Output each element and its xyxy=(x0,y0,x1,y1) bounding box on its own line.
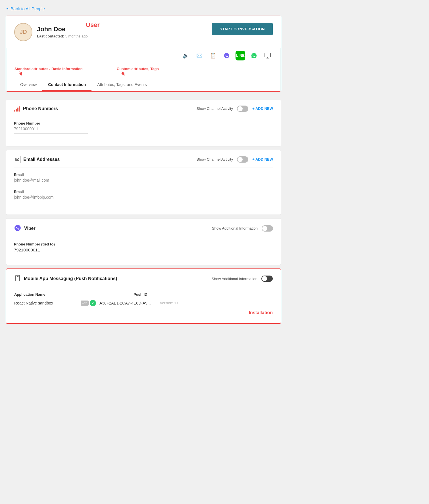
phone-bars-icon xyxy=(14,106,20,112)
app-status-badge: APP xyxy=(81,301,89,306)
email-addresses-section: ✉ Email Addresses Show Channel Activity … xyxy=(6,150,281,215)
profile-name: John Doe xyxy=(37,26,88,33)
phone-field-group: Phone Number 79210000011 xyxy=(14,121,273,134)
viber-section: Viber Show Additional Information Phone … xyxy=(6,218,281,265)
mobile-additional-info-toggle[interactable] xyxy=(261,276,273,282)
profile-info-section: JD John Doe Last contacted: 5 months ago… xyxy=(14,23,88,41)
annotation-custom: Custom attributes, Tags xyxy=(117,67,159,71)
app-data-row: React Native sandbox ⋮ APP ✓ A38F2AE1-2C… xyxy=(14,299,273,307)
annotation-standard: Standard attributes / Basic information xyxy=(14,67,83,71)
svg-rect-0 xyxy=(265,53,270,57)
tab-bar: Overview Contact Information Attributes,… xyxy=(14,79,272,91)
start-conversation-button[interactable]: START CONVERSATION xyxy=(212,23,273,35)
line-icon[interactable]: LINE xyxy=(236,51,245,60)
phone-add-new-link[interactable]: + ADD NEW xyxy=(252,106,273,111)
user-badge: User xyxy=(86,21,100,29)
email-add-new-link[interactable]: + ADD NEW xyxy=(252,157,273,161)
webchat-icon[interactable] xyxy=(263,51,272,60)
app-name-column-header: Application Name xyxy=(14,292,65,297)
mobile-app-section: Mobile App Messaging (Push Notifications… xyxy=(6,268,281,324)
viber-additional-info-toggle[interactable] xyxy=(262,225,273,232)
tab-attributes-tags-events[interactable]: Attributes, Tags, and Events xyxy=(91,79,152,91)
version-label: Version: 1.0 xyxy=(160,301,180,305)
tabs-container: Standard attributes / Basic information … xyxy=(6,65,281,91)
channel-icons-row: 🔈 ✉️ 📋 LINE xyxy=(6,48,281,65)
app-name-value: React Native sandbox xyxy=(14,301,65,305)
back-link[interactable]: Back to All People xyxy=(6,6,45,11)
more-options-button[interactable]: ⋮ xyxy=(69,299,77,307)
push-id-value: A38F2AE1-2CA7-4E8D-A9... xyxy=(99,301,151,305)
phone-section-actions: Show Channel Activity + ADD NEW xyxy=(197,106,273,112)
email-section-title: ✉ Email Addresses xyxy=(14,156,60,163)
viber-section-actions: Show Additional Information xyxy=(212,225,273,232)
phone-numbers-section: Phone Numbers Show Channel Activity + AD… xyxy=(6,100,281,146)
push-icon[interactable]: 📋 xyxy=(208,51,218,60)
phone-channel-activity-toggle[interactable] xyxy=(237,106,248,112)
viber-section-icon xyxy=(14,224,21,233)
email-field-group-1: Email john.doe@mail.com xyxy=(14,173,273,185)
status-indicators: APP ✓ xyxy=(81,300,96,306)
mobile-section-title: Mobile App Messaging (Push Notifications… xyxy=(14,275,117,283)
viber-section-title: Viber xyxy=(14,224,36,233)
avatar: JD xyxy=(14,23,32,41)
push-id-column-header: Push ID xyxy=(134,292,147,297)
sound-icon[interactable]: 🔈 xyxy=(181,51,191,60)
email-channel-activity-toggle[interactable] xyxy=(237,156,248,163)
whatsapp-icon[interactable] xyxy=(249,51,259,60)
viber-phone-value: 79210000011 xyxy=(14,247,273,252)
email-field-group-2: Email john.doe@infobip.com xyxy=(14,190,273,202)
back-link-label: Back to All People xyxy=(11,6,45,11)
installation-label: Installation xyxy=(14,310,273,315)
email-envelope-icon: ✉ xyxy=(14,156,20,163)
viber-icon[interactable] xyxy=(222,51,232,60)
tab-overview[interactable]: Overview xyxy=(14,79,42,91)
active-status-icon: ✓ xyxy=(90,300,96,306)
email-icon[interactable]: ✉️ xyxy=(195,51,204,60)
mobile-section-actions: Show Additional Information xyxy=(212,276,273,282)
mobile-push-icon xyxy=(14,275,21,283)
email-section-actions: Show Channel Activity + ADD NEW xyxy=(197,156,273,163)
tab-contact-information[interactable]: Contact Information xyxy=(42,79,91,91)
viber-field-group: Phone Number (tied to) 79210000011 xyxy=(14,242,273,252)
phone-section-title: Phone Numbers xyxy=(14,106,58,112)
last-contacted: Last contacted: 5 months ago xyxy=(37,34,88,38)
